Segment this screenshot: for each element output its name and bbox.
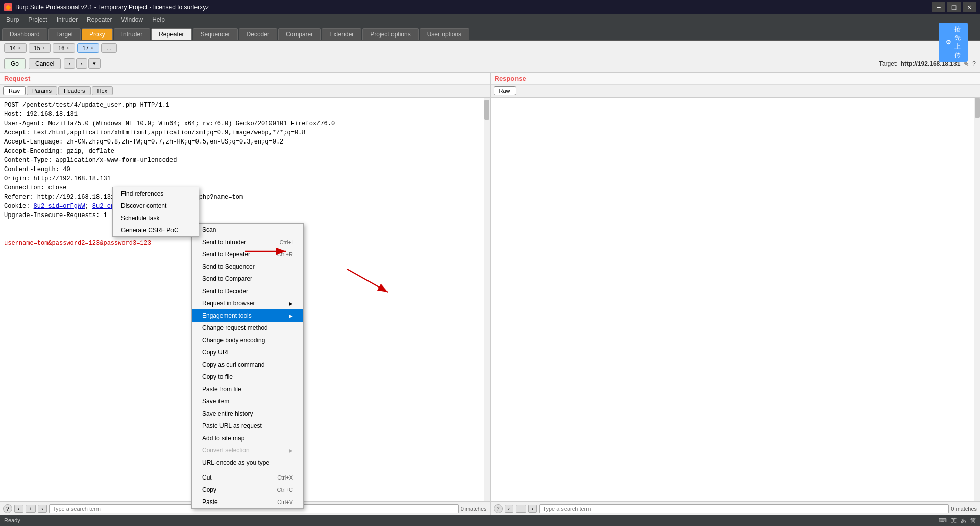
ctx-send-to-decoder[interactable]: Send to Decoder [192, 285, 303, 297]
response-search-next[interactable]: + [516, 505, 526, 513]
tab-comparer[interactable]: Comparer [278, 28, 321, 40]
page-tab-16[interactable]: 16 × [53, 43, 75, 53]
response-search-help[interactable]: ? [494, 504, 503, 513]
tab-decoder[interactable]: Decoder [239, 28, 277, 40]
ctx-send-to-sequencer[interactable]: Send to Sequencer [192, 260, 303, 273]
tab-response-raw[interactable]: Raw [494, 86, 516, 95]
page-tab-more[interactable]: ... [101, 43, 117, 53]
tab-project-options[interactable]: Project options [362, 28, 418, 40]
go-button[interactable]: Go [4, 58, 26, 69]
ctx-copy-as-curl[interactable]: Copy as curl command [192, 358, 303, 371]
tab-user-options[interactable]: User options [420, 28, 469, 40]
page-tab-14[interactable]: 14 × [4, 43, 27, 53]
tab-extender[interactable]: Extender [322, 28, 361, 40]
ctx-paste-from-file[interactable]: Paste from file [192, 383, 303, 395]
ctx-send-to-intruder[interactable]: Send to Intruder Ctrl+I [192, 236, 303, 248]
submenu-arrow-convert: ▶ [289, 448, 293, 453]
tab-proxy[interactable]: Proxy [82, 28, 113, 40]
close-button[interactable]: × [963, 2, 976, 12]
menu-help[interactable]: Help [148, 15, 169, 25]
request-search-options[interactable]: › [38, 505, 47, 513]
submenu-find-references[interactable]: Find references [113, 187, 199, 200]
close-tab-16[interactable]: × [66, 45, 69, 51]
request-scrollbar[interactable] [484, 98, 490, 501]
payload-highlight: username=tom&password2=123&password3=123 [4, 240, 151, 247]
page-tab-bar: 14 × 15 × 16 × 17 × ... [0, 41, 980, 55]
ctx-paste[interactable]: Paste Ctrl+V [192, 496, 303, 508]
request-match-count: 0 matches [461, 506, 487, 512]
response-scrollbar[interactable] [974, 98, 980, 501]
menu-burp[interactable]: Burp [2, 15, 23, 25]
page-tab-15[interactable]: 15 × [29, 43, 51, 53]
response-editor[interactable] [491, 98, 974, 501]
request-search-next[interactable]: + [26, 505, 36, 513]
target-label: Target: [879, 60, 898, 67]
response-search-prev[interactable]: ‹ [505, 505, 514, 513]
page-tab-17[interactable]: 17 × [77, 43, 100, 53]
submenu-schedule-task[interactable]: Schedule task [113, 212, 199, 224]
ctx-copy-url[interactable]: Copy URL [192, 346, 303, 358]
menu-intruder[interactable]: Intruder [53, 15, 82, 25]
main-tab-bar: Dashboard Target Proxy Intruder Repeater… [0, 26, 980, 41]
ctx-convert-selection[interactable]: Convert selection ▶ [192, 444, 303, 457]
ctx-save-entire-history[interactable]: Save entire history [192, 408, 303, 420]
ctx-send-to-repeater[interactable]: Send to Repeater Ctrl+R [192, 248, 303, 260]
request-search-help[interactable]: ? [3, 504, 12, 513]
nav-dropdown[interactable]: ▾ [88, 58, 101, 69]
ctx-scan[interactable]: Scan [192, 224, 303, 236]
tab-raw[interactable]: Raw [3, 86, 26, 95]
forward-button[interactable]: › [76, 58, 87, 69]
menu-window[interactable]: Window [117, 15, 147, 25]
ctx-url-encode[interactable]: URL-encode as you type [192, 457, 303, 469]
ctx-change-request-method[interactable]: Change request method [192, 322, 303, 334]
menu-repeater[interactable]: Repeater [83, 15, 116, 25]
close-tab-17[interactable]: × [91, 45, 93, 51]
tab-hex[interactable]: Hex [92, 86, 113, 95]
maximize-button[interactable]: □ [947, 2, 961, 12]
ctx-send-to-comparer[interactable]: Send to Comparer [192, 273, 303, 285]
tab-target[interactable]: Target [48, 28, 81, 40]
ctx-copy[interactable]: Copy Ctrl+C [192, 484, 303, 496]
app-icon: 🔶 [4, 3, 12, 11]
response-inner-tabs: Raw [491, 85, 981, 98]
request-scrollbar-thumb[interactable] [484, 100, 489, 120]
tab-dashboard[interactable]: Dashboard [2, 28, 47, 40]
ctx-add-to-site-map[interactable]: Add to site map [192, 432, 303, 444]
ctx-save-item[interactable]: Save item [192, 395, 303, 408]
title-bar-controls[interactable]: − □ × [932, 2, 976, 12]
upload-label: 抢先上传 [954, 25, 961, 60]
submenu-discover-content[interactable]: Discover content [113, 200, 199, 212]
tab-repeater[interactable]: Repeater [151, 28, 191, 40]
submenu-arrow-engagement: ▶ [289, 313, 293, 319]
tab-sequencer[interactable]: Sequencer [193, 28, 238, 40]
back-button[interactable]: ‹ [64, 58, 75, 69]
ctx-request-in-browser[interactable]: Request in browser ▶ [192, 297, 303, 309]
submenu-generate-csrf-poc[interactable]: Generate CSRF PoC [113, 224, 199, 236]
response-editor-wrapper [491, 98, 981, 501]
title-bar: 🔶 Burp Suite Professional v2.1 - Tempora… [0, 0, 980, 14]
menu-bar: Burp Project Intruder Repeater Window He… [0, 14, 980, 26]
ctx-cut[interactable]: Cut Ctrl+X [192, 471, 303, 484]
context-menu-separator [192, 470, 303, 470]
response-search-input[interactable] [539, 504, 949, 513]
response-scrollbar-thumb[interactable] [975, 98, 980, 118]
cookie-link[interactable]: 8u2_sid=orFgWW [34, 203, 85, 210]
menu-project[interactable]: Project [24, 15, 51, 25]
tab-intruder[interactable]: Intruder [114, 28, 150, 40]
close-tab-15[interactable]: × [42, 45, 45, 51]
response-search-options[interactable]: › [528, 505, 537, 513]
ctx-paste-url-as-request[interactable]: Paste URL as request [192, 420, 303, 432]
lang-en: 英 [951, 517, 957, 524]
main-content: Request Raw Params Headers Hex POST /pen… [0, 73, 980, 515]
tab-headers[interactable]: Headers [58, 86, 91, 95]
cancel-button[interactable]: Cancel [29, 58, 61, 69]
ctx-change-body-encoding[interactable]: Change body encoding [192, 334, 303, 346]
request-search-prev[interactable]: ‹ [14, 505, 23, 513]
ctx-engagement-tools[interactable]: Engagement tools ▶ [192, 309, 303, 322]
target-help-icon[interactable]: ? [972, 60, 976, 67]
close-tab-14[interactable]: × [18, 45, 20, 51]
tab-params[interactable]: Params [27, 86, 57, 95]
upload-button[interactable]: ⚙ 抢先上传 [939, 23, 968, 62]
minimize-button[interactable]: − [932, 2, 945, 12]
ctx-copy-to-file[interactable]: Copy to file [192, 371, 303, 383]
